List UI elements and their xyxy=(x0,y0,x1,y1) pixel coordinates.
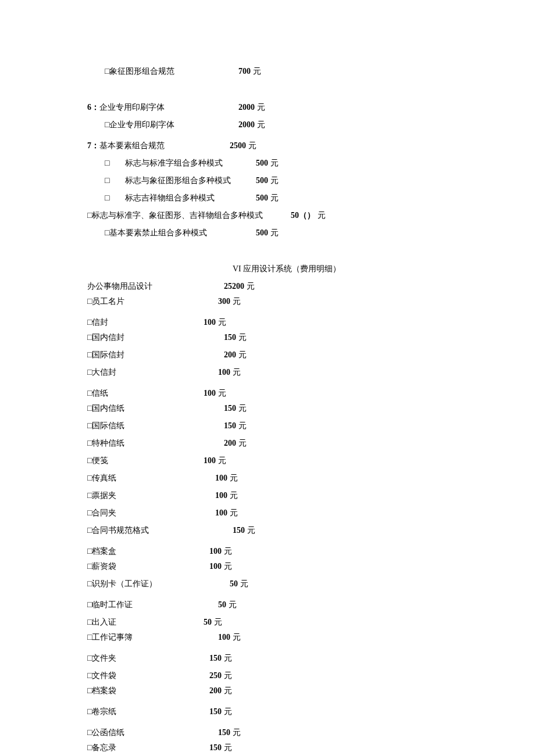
item-label: □票据夹 xyxy=(87,490,116,501)
item-price: 200 元 xyxy=(224,438,247,449)
item-price: 300 元 xyxy=(218,296,241,307)
item-row: □信封100 元 xyxy=(87,315,535,330)
section-label: 7：基本要素组合规范 xyxy=(87,140,165,152)
item-row: □象征图形组合规范 700 元 xyxy=(87,64,535,79)
item-label: □特种信纸 xyxy=(87,438,124,449)
item-row: □临时工作证50 元 xyxy=(87,597,535,612)
item-label: □国内信封 xyxy=(87,332,124,343)
item-price: 200 元 xyxy=(224,349,247,361)
item-label: □档案袋 xyxy=(87,685,116,697)
section-6-header: 6：企业专用印刷字体 2000 元 xyxy=(87,100,535,115)
item-label: □员工名片 xyxy=(87,296,124,307)
item-price: 50（） 元 xyxy=(291,210,326,221)
item-label: □国际信纸 xyxy=(87,420,124,432)
item-label: □信纸 xyxy=(87,388,108,399)
item-label: □企业专用印刷字体 xyxy=(105,119,174,131)
item-price: 700 元 xyxy=(238,66,261,77)
item-price: 100 元 xyxy=(204,317,226,328)
item-row: □出入证50 元 xyxy=(87,615,535,630)
item-row: □档案袋200 元 xyxy=(87,683,535,698)
item-row: □信纸100 元 xyxy=(87,386,535,401)
item-price: 100 元 xyxy=(209,546,232,557)
item-label: □公函信纸 xyxy=(87,727,124,739)
item-price: 100 元 xyxy=(215,507,238,519)
item-price: 100 元 xyxy=(215,472,238,484)
item-price: 150 元 xyxy=(209,706,232,718)
item-label: 标志吉祥物组合多种模式 xyxy=(125,192,215,204)
office-header: 办公事物用品设计 25200 元 xyxy=(87,279,535,294)
item-row: □传真纸100 元 xyxy=(87,471,535,486)
item-label: □国内信纸 xyxy=(87,403,124,414)
item-row: □标志与标准字、象征图形、吉祥物组合多种模式 50（） 元 xyxy=(87,208,535,223)
item-price: 500 元 xyxy=(256,157,279,169)
section-label: 6：企业专用印刷字体 xyxy=(87,102,165,113)
section-total: 2000 元 xyxy=(238,102,265,113)
item-label: □出入证 xyxy=(87,617,116,628)
item-label: 标志与象征图形组合多种模式 xyxy=(125,175,231,187)
section-title-text: VI 应用设计系统（费用明细） xyxy=(233,263,341,275)
item-row: □大信封100 元 xyxy=(87,365,535,380)
item-label: □基本要素禁止组合多种模式 xyxy=(105,227,207,239)
checkbox-icon: □ xyxy=(105,192,109,204)
item-row: □合同书规范格式150 元 xyxy=(87,523,535,538)
item-label: □文件袋 xyxy=(87,670,116,682)
section-7-header: 7：基本要素组合规范 2500 元 xyxy=(87,138,535,153)
item-price: 150 元 xyxy=(209,742,232,754)
checkbox-icon: □ xyxy=(105,157,109,169)
item-price: 100 元 xyxy=(218,367,241,378)
item-row: □特种信纸200 元 xyxy=(87,436,535,451)
item-row: □档案盒100 元 xyxy=(87,544,535,559)
item-label: □文件夹 xyxy=(87,653,116,664)
item-row: □合同夹100 元 xyxy=(87,506,535,521)
item-row: □文件夹150 元 xyxy=(87,651,535,666)
item-label: □识别卡（工作证） xyxy=(87,578,157,590)
item-label: □卷宗纸 xyxy=(87,706,116,718)
item-label: □备忘录 xyxy=(87,742,116,754)
item-price: 100 元 xyxy=(209,561,232,572)
item-label: □大信封 xyxy=(87,367,116,378)
item-label: □工作记事簿 xyxy=(87,632,133,643)
item-price: 150 元 xyxy=(209,653,232,664)
item-label: □信封 xyxy=(87,317,108,328)
item-row: □ 标志吉祥物组合多种模式 500 元 xyxy=(87,191,535,206)
item-row: □便笺100 元 xyxy=(87,453,535,468)
item-row: □公函信纸150 元 xyxy=(87,725,535,740)
item-label: □便笺 xyxy=(87,455,108,467)
item-price: 100 元 xyxy=(218,632,241,643)
item-price: 150 元 xyxy=(224,420,247,432)
item-price: 250 元 xyxy=(209,670,232,682)
section-total: 25200 元 xyxy=(224,281,255,292)
item-label: □合同夹 xyxy=(87,507,116,519)
item-label: □象征图形组合规范 xyxy=(105,66,174,77)
item-row: □文件袋250 元 xyxy=(87,668,535,683)
item-row: □国内信封150 元 xyxy=(87,330,535,345)
item-row: □票据夹100 元 xyxy=(87,488,535,503)
item-label: □合同书规范格式 xyxy=(87,525,149,536)
item-label: □临时工作证 xyxy=(87,599,133,611)
item-row: □基本要素禁止组合多种模式 500 元 xyxy=(87,225,535,241)
item-label: □国际信封 xyxy=(87,349,124,361)
item-row: □国内信纸150 元 xyxy=(87,401,535,416)
item-price: 150 元 xyxy=(224,403,247,414)
item-price: 200 元 xyxy=(209,685,232,697)
item-price: 100 元 xyxy=(204,388,226,399)
item-row: □工作记事簿100 元 xyxy=(87,630,535,645)
item-label: 标志与标准字组合多种模式 xyxy=(125,157,223,169)
item-price: 2000 元 xyxy=(238,119,265,131)
item-price: 50 元 xyxy=(230,578,248,590)
item-row: □识别卡（工作证）50 元 xyxy=(87,576,535,592)
item-row: □国际信封200 元 xyxy=(87,347,535,363)
item-price: 500 元 xyxy=(256,192,279,204)
item-label: □档案盒 xyxy=(87,546,116,557)
section-total: 2500 元 xyxy=(230,140,256,152)
item-row: □国际信纸150 元 xyxy=(87,418,535,433)
item-row: □薪资袋100 元 xyxy=(87,559,535,574)
item-label: □标志与标准字、象征图形、吉祥物组合多种模式 xyxy=(87,210,263,221)
item-row: □ 标志与标准字组合多种模式 500 元 xyxy=(87,156,535,171)
document-page: □象征图形组合规范 700 元 6：企业专用印刷字体 2000 元 □企业专用印… xyxy=(0,0,535,756)
item-label: □传真纸 xyxy=(87,472,116,484)
application-section-title: VI 应用设计系统（费用明细） xyxy=(87,261,535,277)
item-price: 50 元 xyxy=(204,617,222,628)
item-row: □卷宗纸150 元 xyxy=(87,704,535,719)
item-price: 100 元 xyxy=(215,490,238,501)
